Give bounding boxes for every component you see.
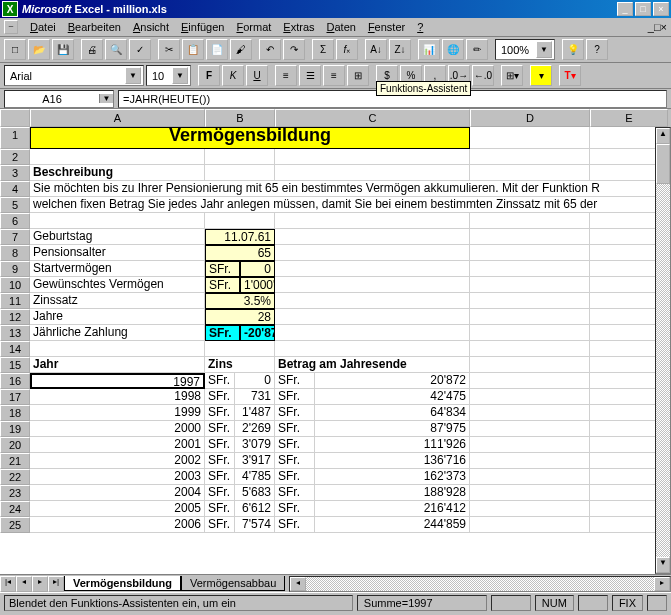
row-head[interactable]: 9	[0, 261, 30, 277]
col-head-A[interactable]: A	[30, 109, 205, 127]
tip-button[interactable]: 💡	[562, 39, 584, 60]
row-head[interactable]: 6	[0, 213, 30, 229]
interest-currency[interactable]: SFr.	[205, 453, 235, 469]
amount-currency[interactable]: SFr.	[275, 373, 315, 389]
param-value[interactable]: 11.07.61	[205, 229, 275, 245]
underline-button[interactable]: U	[246, 65, 268, 86]
cell[interactable]	[470, 517, 590, 533]
row-head[interactable]: 15	[0, 357, 30, 373]
tbl-head-year[interactable]: Jahr	[30, 357, 205, 373]
amount-currency[interactable]: SFr.	[275, 501, 315, 517]
cell[interactable]	[470, 261, 590, 277]
param-currency[interactable]: SFr.	[205, 261, 240, 277]
drawing-button[interactable]: ✏	[466, 39, 488, 60]
interest-currency[interactable]: SFr.	[205, 421, 235, 437]
interest-value[interactable]: 3'917	[235, 453, 275, 469]
cell[interactable]	[275, 149, 470, 165]
horizontal-scrollbar[interactable]: ◂ ▸	[289, 576, 671, 592]
cell[interactable]	[275, 245, 470, 261]
amount-currency[interactable]: SFr.	[275, 453, 315, 469]
interest-currency[interactable]: SFr.	[205, 437, 235, 453]
interest-currency[interactable]: SFr.	[205, 485, 235, 501]
amount-currency[interactable]: SFr.	[275, 389, 315, 405]
cell[interactable]	[275, 277, 470, 293]
cell[interactable]	[470, 453, 590, 469]
cell[interactable]	[470, 389, 590, 405]
desc-line[interactable]: Sie möchten bis zu Ihrer Pensionierung m…	[30, 181, 668, 197]
merge-center-button[interactable]: ⊞	[347, 65, 369, 86]
cell[interactable]	[470, 245, 590, 261]
cell[interactable]	[275, 341, 470, 357]
align-right-button[interactable]: ≡	[323, 65, 345, 86]
cell[interactable]	[470, 437, 590, 453]
amount-value[interactable]: 162'373	[315, 469, 470, 485]
cell[interactable]	[30, 341, 205, 357]
menu-extras[interactable]: Extras	[277, 19, 320, 35]
cell[interactable]	[275, 261, 470, 277]
row-head[interactable]: 4	[0, 181, 30, 197]
cell[interactable]	[470, 341, 590, 357]
col-head-D[interactable]: D	[470, 109, 590, 127]
spreadsheet-grid[interactable]: ABCDE 1Vermögensbildung23Beschreibung4Si…	[0, 109, 671, 574]
menu-?[interactable]: ?	[411, 19, 429, 35]
amount-value[interactable]: 64'834	[315, 405, 470, 421]
doc-close-button[interactable]: ×	[661, 21, 667, 33]
interest-currency[interactable]: SFr.	[205, 405, 235, 421]
row-head[interactable]: 20	[0, 437, 30, 453]
interest-value[interactable]: 1'487	[235, 405, 275, 421]
interest-value[interactable]: 6'612	[235, 501, 275, 517]
preview-button[interactable]: 🔍	[105, 39, 127, 60]
redo-button[interactable]: ↷	[283, 39, 305, 60]
name-box[interactable]: A16▼	[4, 90, 114, 108]
title-cell[interactable]: Vermögensbildung	[30, 127, 470, 149]
year-cell[interactable]: 2004	[30, 485, 205, 501]
row-head[interactable]: 7	[0, 229, 30, 245]
row-head[interactable]: 2	[0, 149, 30, 165]
menu-fenster[interactable]: Fenster	[362, 19, 411, 35]
amount-currency[interactable]: SFr.	[275, 517, 315, 533]
year-cell[interactable]: 1997	[30, 373, 205, 389]
decrease-decimal-button[interactable]: ←.0	[472, 65, 494, 86]
interest-value[interactable]: 2'269	[235, 421, 275, 437]
amount-currency[interactable]: SFr.	[275, 405, 315, 421]
interest-value[interactable]: 7'574	[235, 517, 275, 533]
desc-line[interactable]: welchen fixen Betrag Sie jedes Jahr anle…	[30, 197, 668, 213]
interest-currency[interactable]: SFr.	[205, 501, 235, 517]
row-head[interactable]: 21	[0, 453, 30, 469]
borders-button[interactable]: ⊞▾	[501, 65, 523, 86]
param-currency[interactable]: SFr.	[205, 277, 240, 293]
doc-control-icon[interactable]: –	[4, 20, 18, 34]
row-head[interactable]: 16	[0, 373, 30, 389]
row-head[interactable]: 13	[0, 325, 30, 341]
tab-next-button[interactable]: ▸	[32, 576, 48, 592]
chart-button[interactable]: 📊	[418, 39, 440, 60]
menu-einfügen[interactable]: Einfügen	[175, 19, 230, 35]
cell[interactable]	[275, 165, 470, 181]
param-value[interactable]: 28	[205, 309, 275, 325]
cell[interactable]	[205, 341, 275, 357]
interest-currency[interactable]: SFr.	[205, 469, 235, 485]
param-label[interactable]: Zinssatz	[30, 293, 205, 309]
cell[interactable]	[205, 213, 275, 229]
align-left-button[interactable]: ≡	[275, 65, 297, 86]
font-size-combo[interactable]: 10▼	[146, 65, 191, 86]
menu-ansicht[interactable]: Ansicht	[127, 19, 175, 35]
amount-value[interactable]: 216'412	[315, 501, 470, 517]
sort-desc-button[interactable]: Z↓	[389, 39, 411, 60]
format-painter-button[interactable]: 🖌	[230, 39, 252, 60]
cell[interactable]	[470, 213, 590, 229]
function-wizard-button[interactable]: fₓ	[336, 39, 358, 60]
help-button[interactable]: ?	[586, 39, 608, 60]
italic-button[interactable]: K	[222, 65, 244, 86]
cell[interactable]	[205, 165, 275, 181]
param-value[interactable]: 1'000'000	[240, 277, 275, 293]
param-value[interactable]: 3.5%	[205, 293, 275, 309]
row-head[interactable]: 14	[0, 341, 30, 357]
font-combo[interactable]: Arial▼	[4, 65, 144, 86]
col-head-E[interactable]: E	[590, 109, 668, 127]
align-center-button[interactable]: ☰	[299, 65, 321, 86]
tab-prev-button[interactable]: ◂	[16, 576, 32, 592]
amount-value[interactable]: 188'928	[315, 485, 470, 501]
row-head[interactable]: 10	[0, 277, 30, 293]
amount-currency[interactable]: SFr.	[275, 469, 315, 485]
